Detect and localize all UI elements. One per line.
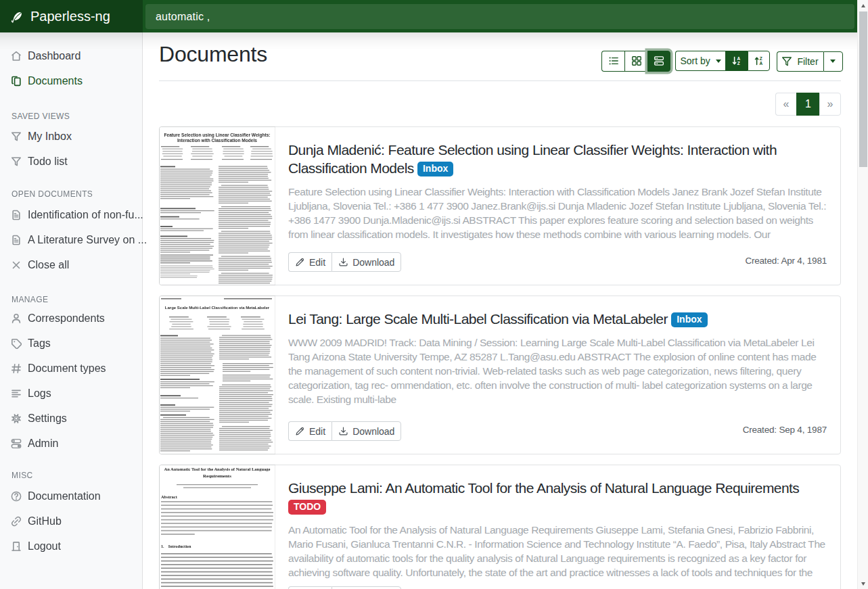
svg-text:An Automatic Tool for the Anal: An Automatic Tool for the Analysis of Na…: [164, 467, 271, 472]
svg-text:Abstract: Abstract: [161, 494, 178, 499]
svg-text:A: A: [737, 56, 740, 61]
svg-text:A: A: [759, 61, 762, 66]
svg-text:Requirements: Requirements: [203, 473, 231, 479]
svg-text:1. Introduction: 1. Introduction: [161, 544, 191, 548]
svg-text:Z: Z: [759, 56, 762, 61]
svg-text:Large Scale Multi-Label Classi: Large Scale Multi-Label Classification v…: [165, 306, 270, 310]
svg-text:Interaction with Classificatio: Interaction with Classification Models: [177, 138, 257, 143]
svg-text:Z: Z: [737, 61, 740, 66]
